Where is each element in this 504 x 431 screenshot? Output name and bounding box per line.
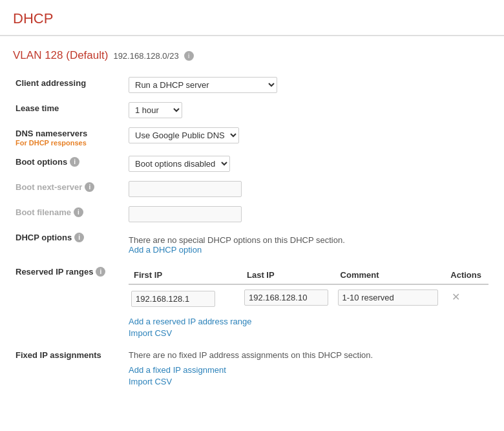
ip-links: Add a reserved IP address range Import C… <box>129 317 488 338</box>
section-title: VLAN 128 (Default) 192.168.128.0/23 i <box>13 49 491 62</box>
dhcp-options-label: DHCP options <box>16 233 72 242</box>
add-fixed-ip-link[interactable]: Add a fixed IP assignment <box>129 365 488 375</box>
import-csv2-link[interactable]: Import CSV <box>129 377 488 386</box>
delete-row-button[interactable]: ✕ <box>448 289 464 304</box>
dns-label: DNS nameservers <box>16 129 87 138</box>
boot-filename-input[interactable] <box>129 206 242 222</box>
reserved-ip-row: Reserved IP ranges i First IP Last IP Co… <box>13 259 491 342</box>
dhcp-options-info-icon[interactable]: i <box>74 233 84 242</box>
add-dhcp-option-link[interactable]: Add a DHCP option <box>129 245 202 255</box>
dhcp-options-text: There are no special DHCP options on thi… <box>129 231 488 245</box>
fixed-ip-label: Fixed IP assignments <box>16 350 101 360</box>
col-first-ip: First IP <box>129 266 242 284</box>
fixed-ip-row: Fixed IP assignments There are no fixed … <box>13 342 491 391</box>
add-reserved-link[interactable]: Add a reserved IP address range <box>129 317 488 326</box>
reserved-ip-label: Reserved IP ranges <box>16 267 93 277</box>
dhcp-options-row: DHCP options i There are no special DHCP… <box>13 227 491 259</box>
boot-options-select[interactable]: Boot options disabled Boot options enabl… <box>129 156 230 172</box>
boot-options-row: Boot options i Boot options disabled Boo… <box>13 151 491 176</box>
boot-options-label: Boot options <box>16 157 67 167</box>
lease-time-row: Lease time 1 hour 2 hours 4 hours 8 hour… <box>13 98 491 123</box>
boot-next-server-input[interactable] <box>129 181 242 197</box>
boot-filename-label: Boot filename <box>16 207 71 217</box>
vlan-label: VLAN 128 (Default) <box>13 49 108 62</box>
config-form: Client addressing Run a DHCP server Run … <box>13 72 491 391</box>
boot-filename-row: Boot filename i <box>13 202 491 227</box>
client-addressing-label: Client addressing <box>16 78 86 88</box>
ip-table-header: First IP Last IP Comment Actions <box>129 266 488 284</box>
comment-input[interactable] <box>338 289 438 306</box>
boot-filename-info-icon[interactable]: i <box>74 207 83 217</box>
lease-time-label: Lease time <box>16 103 59 113</box>
first-ip-input[interactable] <box>131 291 215 307</box>
boot-options-info-icon[interactable]: i <box>70 157 79 167</box>
last-ip-input[interactable] <box>244 289 328 306</box>
lease-time-select[interactable]: 1 hour 2 hours 4 hours 8 hours 12 hours … <box>129 102 182 118</box>
boot-next-server-row: Boot next-server i <box>13 176 491 202</box>
col-comment: Comment <box>335 266 446 284</box>
dns-row: DNS nameservers For DHCP responses Use G… <box>13 123 491 151</box>
dns-sublabel: For DHCP responses <box>16 139 123 147</box>
vlan-info-icon[interactable]: i <box>184 51 194 61</box>
ip-ranges-table: First IP Last IP Comment Actions <box>129 266 488 311</box>
vlan-subnet: 192.168.128.0/23 <box>113 51 178 61</box>
boot-next-server-label: Boot next-server <box>16 182 82 192</box>
client-addressing-select[interactable]: Run a DHCP server Run a DHCP relay Do no… <box>129 77 277 93</box>
col-actions: Actions <box>445 266 488 284</box>
fixed-ip-text: There are no fixed IP address assignment… <box>129 350 488 360</box>
col-last-ip: Last IP <box>242 266 335 284</box>
client-addressing-row: Client addressing Run a DHCP server Run … <box>13 72 491 98</box>
ip-table-wrap: First IP Last IP Comment Actions <box>129 266 488 338</box>
page-title: DHCP <box>13 10 491 27</box>
import-csv-link[interactable]: Import CSV <box>129 328 488 338</box>
dns-select[interactable]: Use Google Public DNS Specify nameserver… <box>129 127 239 143</box>
table-row: ✕ <box>129 284 488 311</box>
fixed-ip-links: Add a fixed IP assignment Import CSV <box>129 365 488 386</box>
reserved-ip-info-icon[interactable]: i <box>96 267 105 277</box>
boot-next-server-info-icon[interactable]: i <box>85 182 94 192</box>
